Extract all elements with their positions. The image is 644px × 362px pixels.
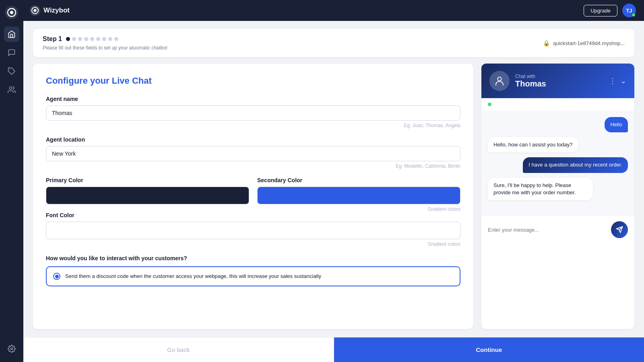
interact-group: How would you like to interact with your… [46, 255, 460, 286]
primary-color-group: Primary Color [46, 177, 249, 212]
go-back-button[interactable]: Go back [23, 337, 334, 362]
dot-4 [84, 37, 88, 41]
chat-header-info: Chat with Thomas [515, 74, 603, 88]
secondary-color-group: Secondary Color Gradient colors [257, 177, 460, 212]
agent-location-group: Agent location Eg: Medellin, California,… [46, 136, 460, 169]
interact-label: How would you like to interact with your… [46, 255, 460, 261]
step-subtitle: Please fill out these fields to set up y… [43, 45, 167, 51]
content-area: Configure your Live Chat Agent name Eg: … [33, 64, 634, 329]
gradient-hint: Gradient colors [257, 206, 460, 212]
chat-header-actions: ⋮ ⌄ [609, 76, 626, 85]
radio-text: Send them a discount code when the custo… [65, 273, 321, 280]
chat-input-area [481, 215, 634, 244]
sidebar-item-home[interactable] [4, 27, 19, 42]
chat-more-button[interactable]: ⋮ [609, 76, 616, 85]
svg-point-5 [11, 348, 13, 350]
dot-1 [66, 37, 70, 41]
dot-7 [102, 37, 106, 41]
secondary-color-swatch[interactable] [257, 187, 460, 204]
bubble-user-2: I have a question about my recent order. [523, 157, 628, 173]
send-button[interactable] [611, 221, 628, 238]
primary-color-label: Primary Color [46, 177, 249, 183]
bubble-agent-2: Sure, I'll be happy to help. Please prov… [488, 178, 593, 200]
secondary-color-label: Secondary Color [257, 177, 460, 183]
user-avatar[interactable]: TJ [622, 4, 636, 17]
chat-avatar [489, 71, 510, 91]
dot-2 [72, 37, 76, 41]
font-color-group: Font Color Gradient colors [46, 212, 460, 247]
dot-5 [90, 37, 94, 41]
agent-location-label: Agent location [46, 136, 460, 143]
scrollable-main: Step 1 Please fill out these fields to s… [23, 21, 644, 337]
dot-9 [114, 37, 118, 41]
step-dots [66, 37, 118, 41]
topnav: Wizybot Upgrade TJ [23, 0, 644, 21]
radio-dot-inner [55, 275, 59, 278]
message-1: Hello [488, 117, 628, 132]
step-title: Step 1 [43, 35, 167, 43]
chat-messages: Hello Hello, how can I assist you today?… [481, 111, 634, 215]
primary-color-swatch[interactable] [46, 187, 249, 204]
agent-name-input[interactable] [46, 105, 460, 121]
agent-name-group: Agent name Eg: Juan, Thomas, Angela [46, 96, 460, 128]
radio-dot [53, 273, 60, 280]
agent-name-hint: Eg: Juan, Thomas, Angela [46, 123, 460, 128]
chat-available-bar: I am available [481, 98, 634, 111]
svg-point-9 [497, 77, 501, 81]
lock-icon: 🔒 [543, 40, 550, 46]
footer-bar: Go back Continue [23, 337, 644, 362]
font-gradient-hint: Gradient colors [46, 241, 460, 247]
dot-3 [78, 37, 82, 41]
form-title: Configure your Live Chat [46, 76, 460, 86]
chat-message-input[interactable] [488, 227, 607, 233]
chat-minimize-button[interactable]: ⌄ [620, 76, 626, 85]
font-color-label: Font Color [46, 212, 460, 218]
svg-point-8 [34, 9, 37, 12]
bubble-user-1: Hello [605, 117, 628, 132]
dot-6 [96, 37, 100, 41]
dot-8 [108, 37, 112, 41]
preview-card: Chat with Thomas ⋮ ⌄ I am available [481, 64, 634, 329]
form-card: Configure your Live Chat Agent name Eg: … [33, 64, 473, 329]
available-dot-icon [488, 103, 491, 106]
chat-agent-name: Thomas [515, 79, 603, 88]
chat-with-label: Chat with [515, 74, 603, 79]
sidebar-item-chat[interactable] [4, 45, 19, 60]
agent-location-input[interactable] [46, 146, 460, 161]
sidebar-logo [5, 6, 19, 19]
available-text: I am available [495, 101, 527, 107]
agent-name-label: Agent name [46, 96, 460, 102]
sidebar [0, 0, 23, 362]
app-logo: Wizybot [23, 5, 70, 16]
message-4: Sure, I'll be happy to help. Please prov… [488, 178, 628, 200]
app-name: Wizybot [43, 6, 70, 14]
sidebar-item-settings[interactable] [4, 341, 19, 356]
svg-point-4 [9, 87, 12, 90]
bubble-agent-1: Hello, how can I assist you today? [488, 137, 578, 152]
svg-point-2 [10, 11, 13, 14]
upgrade-button[interactable]: Upgrade [584, 5, 617, 16]
agent-location-hint: Eg: Medellin, California, Berlin [46, 163, 460, 169]
message-2: Hello, how can I assist you today? [488, 137, 628, 152]
step-left: Step 1 Please fill out these fields to s… [43, 35, 167, 51]
step-right: 🔒 quickstart-1e8749d4.myshop... [543, 40, 625, 46]
page-wrapper: Step 1 Please fill out these fields to s… [23, 21, 644, 362]
continue-button[interactable]: Continue [334, 337, 644, 362]
color-row: Primary Color Secondary Color Gradient c… [46, 177, 460, 212]
sidebar-item-users[interactable] [4, 82, 19, 97]
radio-option[interactable]: Send them a discount code when the custo… [46, 266, 460, 286]
step-bar: Step 1 Please fill out these fields to s… [33, 29, 634, 57]
message-3: I have a question about my recent order. [488, 157, 628, 173]
store-url: quickstart-1e8749d4.myshop... [553, 40, 625, 46]
sidebar-item-tags[interactable] [4, 64, 19, 79]
chat-header: Chat with Thomas ⋮ ⌄ [481, 64, 634, 98]
font-color-swatch[interactable] [46, 222, 460, 239]
